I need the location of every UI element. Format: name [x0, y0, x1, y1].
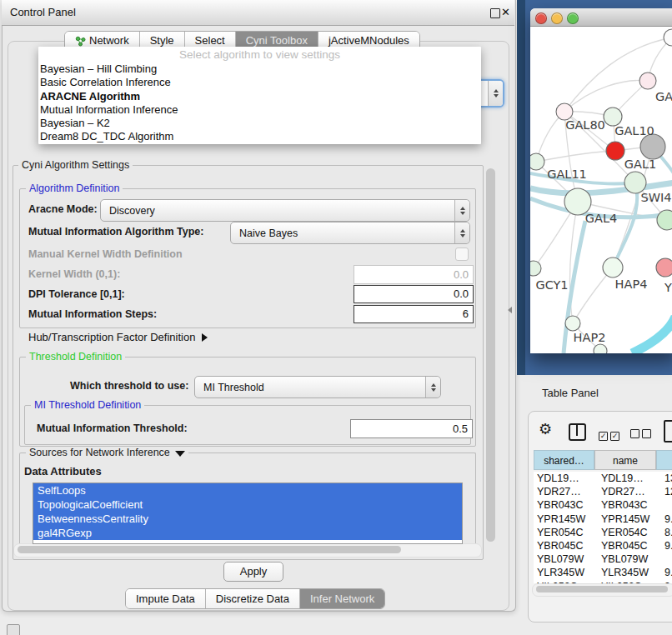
table-cell[interactable]: YDL19…: [598, 472, 663, 485]
tab-impute-data[interactable]: Impute Data: [126, 589, 206, 608]
column-header-shared-name[interactable]: shared…: [534, 450, 594, 470]
tab-infer-network[interactable]: Infer Network: [300, 589, 384, 608]
which-threshold-value: MI Threshold: [195, 382, 425, 393]
table-row[interactable]: YBR045CYBR045C9.: [534, 539, 672, 552]
table-cell[interactable]: YBL079W: [534, 552, 598, 566]
mi-algorithm-type-value: Naive Bayes: [231, 228, 454, 239]
table-cell[interactable]: 9.: [663, 512, 672, 526]
table-horizontal-scrollbar[interactable]: [536, 586, 668, 592]
mi-steps-field[interactable]: 6: [354, 305, 474, 323]
table-cell[interactable]: YER054C: [598, 526, 663, 539]
threshold-definition-title: Threshold Definition: [26, 351, 125, 362]
mi-threshold-definition-title: MI Threshold Definition: [31, 399, 144, 411]
table-cell[interactable]: YBL079W: [598, 552, 663, 566]
table-cell[interactable]: 9.: [663, 566, 672, 579]
table-cell[interactable]: YDL19…: [534, 472, 598, 485]
table-cell[interactable]: YPR145W: [534, 512, 598, 526]
column-header-name[interactable]: name: [594, 450, 656, 470]
table-cell[interactable]: 12: [663, 485, 672, 498]
table-cell[interactable]: 8.: [663, 526, 672, 539]
export-table-icon[interactable]: [664, 420, 672, 442]
table-row[interactable]: YPR145WYPR145W9.: [534, 512, 672, 526]
algorithm-option[interactable]: Mutual Information Inference: [40, 103, 479, 117]
table-cell[interactable]: 9.: [663, 539, 672, 552]
table-cell[interactable]: YDR27…: [598, 485, 663, 498]
tab-impute-data-label: Impute Data: [136, 589, 195, 608]
table-row[interactable]: YER054CYER054C8.: [534, 526, 672, 539]
table-cell[interactable]: YER054C: [534, 526, 598, 539]
data-attribute-item[interactable]: gal4RGexp: [33, 526, 462, 540]
table-cell[interactable]: YLR345W: [598, 566, 663, 579]
column-layout-icon[interactable]: [569, 423, 586, 441]
expanded-arrow-icon: [175, 451, 185, 457]
gear-icon[interactable]: ⚙: [539, 421, 552, 438]
mi-algorithm-type-label: Mutual Information Algorithm Type:: [28, 222, 203, 242]
manual-kernel-width-checkbox[interactable]: [455, 248, 469, 261]
network-view-window[interactable]: [530, 8, 672, 353]
aracne-mode-value: Discovery: [101, 205, 454, 217]
algorithm-option[interactable]: ARACNE Algorithm: [40, 90, 479, 103]
window-zoom-icon[interactable]: [567, 12, 579, 24]
deselect-all-checkboxes-icon[interactable]: [630, 427, 654, 442]
combo-stepper-icon: [488, 81, 503, 106]
table-cell[interactable]: [663, 552, 672, 566]
network-icon: [75, 36, 86, 47]
algorithm-option[interactable]: Dream8 DC_TDC Algorithm: [40, 130, 479, 143]
select-all-checkboxes-icon[interactable]: ✓✓: [599, 427, 622, 442]
table-row[interactable]: YBR043CYBR043C: [534, 498, 672, 512]
collapsed-arrow-icon: [202, 333, 208, 342]
algorithm-option[interactable]: Basic Correlation Inference: [40, 76, 479, 89]
data-attributes-label: Data Attributes: [24, 465, 102, 478]
window-close-icon[interactable]: [535, 12, 547, 24]
control-panel-titlebar[interactable]: [2, 0, 514, 26]
table-row[interactable]: YLR345WYLR345W9.: [534, 566, 672, 579]
table-cell[interactable]: YPR145W: [598, 512, 663, 526]
table-row[interactable]: YDR27…YDR27…12: [534, 485, 672, 498]
close-icon[interactable]: ✕: [501, 5, 510, 20]
table-cell[interactable]: [663, 498, 672, 512]
minimized-panel-icon[interactable]: [7, 624, 20, 635]
panel-collapse-arrow[interactable]: [508, 307, 512, 313]
screenshot-root: Control Panel ✕ Network Style Select Cyn…: [0, 0, 672, 635]
table-cell[interactable]: YDR27…: [534, 485, 598, 498]
settings-vertical-scrollbar[interactable]: [486, 168, 495, 542]
algorithm-option[interactable]: Bayesian – Hill Climbing: [40, 62, 479, 76]
manual-kernel-width-label: Manual Kernel Width Definition: [28, 247, 183, 262]
data-attribute-item[interactable]: SelfLoops: [33, 483, 462, 498]
window-minimize-icon[interactable]: [551, 12, 563, 24]
table-cell[interactable]: YBR043C: [534, 498, 598, 512]
table-row[interactable]: YBL079WYBL079W: [534, 552, 672, 566]
stepper-icon: [425, 377, 440, 398]
settings-horizontal-scrollbar[interactable]: [18, 546, 401, 553]
column-header-partial[interactable]: [656, 450, 672, 470]
table-cell[interactable]: YBR043C: [598, 498, 663, 512]
table-cell[interactable]: YBR045C: [534, 539, 598, 552]
which-threshold-label: Which threshold to use:: [70, 376, 188, 397]
sources-title: Sources for Network Inference: [29, 447, 170, 458]
mi-algorithm-type-select[interactable]: Naive Bayes: [230, 222, 470, 244]
data-attribute-item[interactable]: BetweennessCentrality: [33, 512, 462, 526]
control-panel-title: Control Panel: [10, 0, 76, 25]
checked-box-icon: ✓: [610, 432, 619, 441]
aracne-mode-select[interactable]: Discovery: [100, 199, 470, 222]
algorithm-dropdown-placeholder: Select algorithm to view settings: [38, 48, 481, 61]
algorithm-option[interactable]: Bayesian – K2: [40, 117, 479, 130]
desktop-edge-strip: [517, 0, 525, 375]
table-panel-title: Table Panel: [542, 387, 599, 399]
apply-button[interactable]: Apply: [223, 562, 283, 582]
aracne-mode-label: Aracne Mode:: [28, 199, 98, 220]
which-threshold-select[interactable]: MI Threshold: [194, 376, 441, 398]
tab-discretize-data[interactable]: Discretize Data: [206, 589, 300, 608]
hub-definition-toggle[interactable]: Hub/Transcription Factor Definition: [28, 331, 208, 343]
kernel-width-field[interactable]: 0.0: [354, 265, 474, 284]
table-cell[interactable]: YBR045C: [598, 539, 663, 552]
cyni-algorithm-settings-title: Cyni Algorithm Settings: [18, 159, 133, 171]
table-row[interactable]: YDL19…YDL19…13: [534, 472, 672, 485]
table-cell[interactable]: YLR345W: [534, 566, 598, 579]
float-window-icon[interactable]: [490, 8, 500, 18]
mi-threshold-field[interactable]: 0.5: [350, 419, 473, 438]
dpi-tolerance-field[interactable]: 0.0: [354, 285, 474, 303]
sources-title-row[interactable]: Sources for Network Inference: [26, 447, 188, 458]
data-attribute-item[interactable]: TopologicalCoefficient: [33, 498, 462, 512]
table-cell[interactable]: 13: [663, 472, 672, 485]
